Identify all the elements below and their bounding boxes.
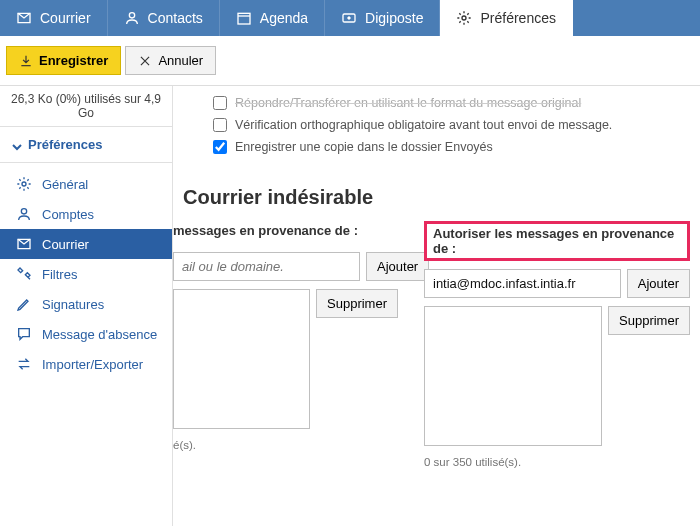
mail-icon: [16, 10, 32, 26]
tab-preferences[interactable]: Préférences: [440, 0, 572, 36]
tab-mail[interactable]: Courrier: [0, 0, 108, 36]
top-tabs: Courrier Contacts Agenda Digiposte Préfé…: [0, 0, 700, 36]
allow-delete-button[interactable]: Supprimer: [608, 306, 690, 335]
option-label: Enregistrer une copie dans le dossier En…: [235, 140, 493, 154]
sidebar-item-filters[interactable]: Filtres: [0, 259, 172, 289]
swap-icon: [16, 356, 32, 372]
chevron-down-icon: [12, 140, 22, 150]
option-label: Vérification orthographique obligatoire …: [235, 118, 612, 132]
sidebar-items: Général Comptes Courrier Filtres Signatu…: [0, 163, 172, 379]
block-input-row: Ajouter: [173, 252, 398, 281]
sidebar-group-preferences[interactable]: Préférences: [0, 126, 172, 163]
cancel-button[interactable]: Annuler: [125, 46, 216, 75]
sidebar-item-label: Général: [42, 177, 88, 192]
sidebar-item-away[interactable]: Message d'absence: [0, 319, 172, 349]
sidebar-item-general[interactable]: Général: [0, 169, 172, 199]
gear-icon: [456, 10, 472, 26]
svg-point-3: [348, 17, 351, 20]
button-label: Enregistrer: [39, 53, 108, 68]
sidebar-item-label: Courrier: [42, 237, 89, 252]
button-label: Annuler: [158, 53, 203, 68]
block-address-input[interactable]: [173, 252, 360, 281]
allow-column: Autoriser les messages en provenance de …: [424, 221, 690, 468]
sidebar-item-label: Filtres: [42, 267, 77, 282]
tab-agenda[interactable]: Agenda: [220, 0, 325, 36]
tab-label: Agenda: [260, 10, 308, 26]
sidebar-item-label: Message d'absence: [42, 327, 157, 342]
block-list-row: Supprimer: [173, 289, 398, 429]
compose-options: Répondre/Transférer en utilisant le form…: [183, 86, 690, 164]
block-delete-button[interactable]: Supprimer: [316, 289, 398, 318]
save-button[interactable]: Enregistrer: [6, 46, 121, 75]
checkbox[interactable]: [213, 118, 227, 132]
svg-rect-1: [238, 13, 250, 24]
tab-label: Courrier: [40, 10, 91, 26]
calendar-icon: [236, 10, 252, 26]
content-area: Répondre/Transférer en utilisant le form…: [173, 86, 700, 526]
svg-point-5: [22, 182, 26, 186]
svg-point-4: [462, 16, 466, 20]
block-column: messages en provenance de : Ajouter Supp…: [173, 221, 398, 468]
main-area: 26,3 Ko (0%) utilisés sur 4,9 Go Préfére…: [0, 86, 700, 526]
checkbox[interactable]: [213, 140, 227, 154]
svg-point-0: [129, 13, 134, 18]
speech-icon: [16, 326, 32, 342]
block-heading: messages en provenance de :: [173, 221, 398, 244]
mail-icon: [16, 236, 32, 252]
svg-point-6: [21, 209, 26, 214]
option-spellcheck[interactable]: Vérification orthographique obligatoire …: [213, 114, 690, 136]
sidebar-item-signatures[interactable]: Signatures: [0, 289, 172, 319]
close-icon: [138, 54, 152, 68]
allow-counter: 0 sur 350 utilisé(s).: [424, 454, 690, 468]
tools-icon: [16, 266, 32, 282]
sidebar-item-label: Importer/Exporter: [42, 357, 143, 372]
download-icon: [19, 54, 33, 68]
tab-contacts[interactable]: Contacts: [108, 0, 220, 36]
sidebar-item-label: Signatures: [42, 297, 104, 312]
option-label: Répondre/Transférer en utilisant le form…: [235, 96, 581, 110]
contacts-icon: [124, 10, 140, 26]
allow-heading: Autoriser les messages en provenance de …: [424, 221, 690, 261]
allow-input-row: Ajouter: [424, 269, 690, 298]
allow-list-row: Supprimer: [424, 306, 690, 446]
allow-add-button[interactable]: Ajouter: [627, 269, 690, 298]
block-listbox[interactable]: [173, 289, 310, 429]
sidebar: 26,3 Ko (0%) utilisés sur 4,9 Go Préfére…: [0, 86, 173, 526]
sidebar-item-accounts[interactable]: Comptes: [0, 199, 172, 229]
user-icon: [16, 206, 32, 222]
spam-columns: messages en provenance de : Ajouter Supp…: [183, 215, 690, 468]
sidebar-item-mail[interactable]: Courrier: [0, 229, 172, 259]
sidebar-item-label: Comptes: [42, 207, 94, 222]
gear-icon: [16, 176, 32, 192]
tab-label: Préférences: [480, 10, 555, 26]
tab-digiposte[interactable]: Digiposte: [325, 0, 440, 36]
checkbox[interactable]: [213, 96, 227, 110]
sidebar-group-label: Préférences: [28, 137, 102, 152]
option-reply-format[interactable]: Répondre/Transférer en utilisant le form…: [213, 92, 690, 114]
allow-listbox[interactable]: [424, 306, 602, 446]
section-title-spam: Courrier indésirable: [183, 164, 690, 215]
block-add-button[interactable]: Ajouter: [366, 252, 429, 281]
tab-label: Digiposte: [365, 10, 423, 26]
pencil-icon: [16, 296, 32, 312]
allow-address-input[interactable]: [424, 269, 621, 298]
tab-label: Contacts: [148, 10, 203, 26]
toolbar: Enregistrer Annuler: [0, 36, 700, 86]
sidebar-item-import-export[interactable]: Importer/Exporter: [0, 349, 172, 379]
option-save-sent[interactable]: Enregistrer une copie dans le dossier En…: [213, 136, 690, 158]
storage-usage: 26,3 Ko (0%) utilisés sur 4,9 Go: [0, 86, 172, 126]
digiposte-icon: [341, 10, 357, 26]
block-counter: é(s).: [173, 437, 398, 451]
